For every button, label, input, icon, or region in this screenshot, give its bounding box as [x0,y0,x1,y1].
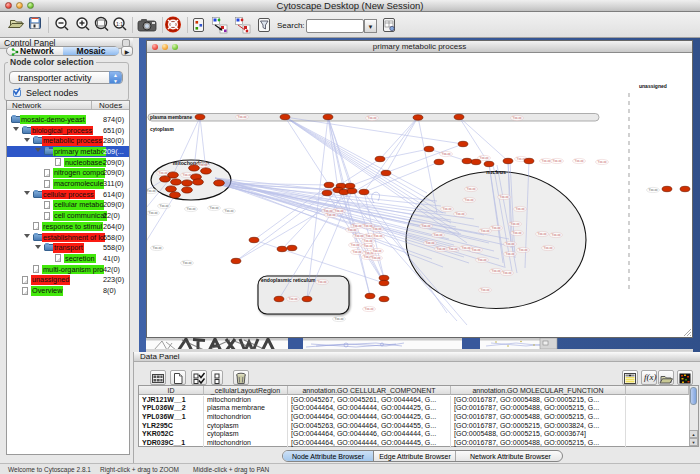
svg-text:Yxx-xx: Yxx-xx [519,248,529,252]
svg-text:Yxx-xx: Yxx-xx [365,307,375,311]
svg-text:Yxx-xx: Yxx-xx [513,116,523,120]
svg-text:unassigned: unassigned [639,83,667,89]
svg-text:Yxx-xx: Yxx-xx [516,207,526,211]
svg-text:Yxx-xx: Yxx-xx [434,233,444,237]
svg-text:Yxx-xx: Yxx-xx [478,258,488,262]
svg-text:Yxx-xx: Yxx-xx [199,163,209,167]
svg-text:Yxx-xx: Yxx-xx [327,213,337,217]
svg-text:Yxx-xx: Yxx-xx [368,116,378,120]
svg-text:Yxx-xx: Yxx-xx [481,288,491,292]
svg-text:Yxx-xx: Yxx-xx [506,242,516,246]
svg-text:plasma membrane: plasma membrane [150,115,192,120]
svg-text:Yxx-xx: Yxx-xx [373,227,383,231]
svg-text:Yxx-xx: Yxx-xx [374,234,384,238]
svg-text:Yxx-xx: Yxx-xx [598,160,608,164]
svg-text:Yxx-xx: Yxx-xx [503,271,513,275]
svg-text:Yxx-xx: Yxx-xx [542,159,552,163]
svg-text:Yxx-xx: Yxx-xx [575,159,585,163]
svg-text:Yxx-xx: Yxx-xx [465,198,475,202]
svg-text:Yxx-xx: Yxx-xx [289,297,299,301]
svg-text:Yxx-xx: Yxx-xx [159,171,169,175]
svg-text:Yxx-xx: Yxx-xx [422,224,432,228]
svg-text:Yxx-xx: Yxx-xx [481,229,491,233]
svg-text:Yxx-xx: Yxx-xx [147,189,156,193]
svg-text:Yxx-xx: Yxx-xx [538,232,548,236]
svg-text:1:1: 1:1 [116,21,123,27]
svg-text:Yxx-xx: Yxx-xx [442,152,452,156]
svg-text:Yxx-xx: Yxx-xx [364,239,374,243]
svg-text:Yxx-xx: Yxx-xx [449,247,459,251]
svg-text:Yxx-xx: Yxx-xx [467,187,477,191]
svg-text:Yxx-xx: Yxx-xx [544,246,554,250]
svg-text:cytoplasm: cytoplasm [150,127,174,132]
svg-text:Yxx-xx: Yxx-xx [187,207,197,211]
svg-text:Yxx-xx: Yxx-xx [443,207,453,211]
svg-text:Yxx-xx: Yxx-xx [364,244,374,248]
svg-text:Yxx-xx: Yxx-xx [553,159,563,163]
svg-text:Yxx-xx: Yxx-xx [153,246,163,250]
svg-text:Yxx-xx: Yxx-xx [160,204,170,208]
svg-text:Yxx-xx: Yxx-xx [472,248,482,252]
svg-text:Yxx-xx: Yxx-xx [456,212,466,216]
svg-text:Yxx-xx: Yxx-xx [480,156,490,160]
svg-text:Yxx-xx: Yxx-xx [513,231,523,235]
svg-text:Yxx-xx: Yxx-xx [649,188,659,192]
svg-text:Yxx-xx: Yxx-xx [500,195,510,199]
svg-text:Yxx-xx: Yxx-xx [437,247,447,251]
svg-text:Yxx-xx: Yxx-xx [348,228,358,232]
svg-text:Yxx-xx: Yxx-xx [511,222,521,226]
svg-text:Yxx-xx: Yxx-xx [238,115,248,119]
svg-text:Yxx-xx: Yxx-xx [183,261,193,265]
svg-text:Yxx-xx: Yxx-xx [492,226,502,230]
svg-text:Yxx-xx: Yxx-xx [552,233,562,237]
svg-text:Yxx-xx: Yxx-xx [318,280,328,284]
svg-text:Yxx-xx: Yxx-xx [225,209,235,213]
svg-text:Yxx-xx: Yxx-xx [372,256,382,260]
svg-text:Yxx-xx: Yxx-xx [506,252,516,256]
svg-text:Yxx-xx: Yxx-xx [351,243,361,247]
svg-text:endoplasmic reticulum: endoplasmic reticulum [261,277,316,283]
svg-text:Yxx-xx: Yxx-xx [149,211,159,215]
svg-text:Yxx-xx: Yxx-xx [373,249,383,253]
svg-text:Yxx-xx: Yxx-xx [210,206,220,210]
svg-text:Yxx-xx: Yxx-xx [355,234,365,238]
svg-text:Yxx-xx: Yxx-xx [335,317,345,321]
svg-text:Yxx-xx: Yxx-xx [426,241,436,245]
svg-text:Yxx-xx: Yxx-xx [492,269,502,273]
svg-text:Yxx-xx: Yxx-xx [353,250,363,254]
svg-text:Yxx-xx: Yxx-xx [335,209,345,213]
svg-text:nucleus: nucleus [486,169,506,175]
